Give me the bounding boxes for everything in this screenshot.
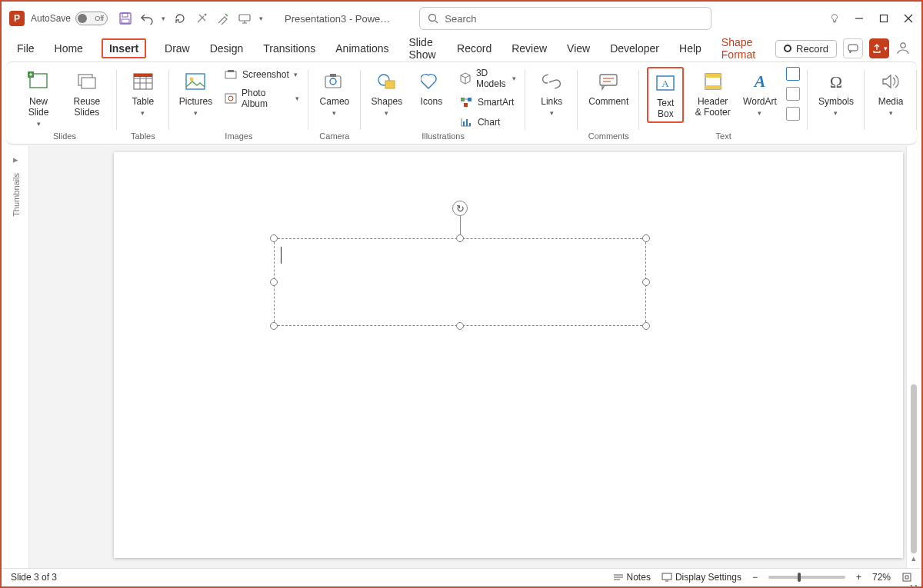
photo-album-button[interactable]: Photo Album ▾ (222, 87, 301, 110)
tab-animations[interactable]: Animations (334, 39, 390, 58)
pictures-button[interactable]: Pictures ▾ (177, 67, 215, 118)
search-box[interactable]: Search (419, 7, 711, 30)
search-placeholder: Search (445, 13, 476, 25)
chevron-down-icon: ▾ (37, 121, 41, 128)
svg-point-5 (429, 15, 436, 22)
cameo-button[interactable]: Cameo ▾ (316, 67, 353, 118)
screenshot-button[interactable]: Screenshot ▾ (222, 67, 301, 82)
symbols-button[interactable]: Ω Symbols ▾ (815, 67, 857, 118)
resize-handle-bm[interactable] (456, 322, 464, 330)
resize-handle-tl[interactable] (270, 234, 278, 242)
object-icon[interactable] (786, 107, 800, 121)
comments-pane-button[interactable] (843, 38, 863, 58)
links-button[interactable]: Links ▾ (533, 67, 570, 118)
svg-point-33 (330, 78, 336, 85)
table-button[interactable]: Table ▾ (125, 67, 162, 118)
search-icon (428, 13, 438, 24)
tab-transitions[interactable]: Transitions (262, 39, 317, 58)
date-time-icon[interactable] (786, 67, 800, 81)
resize-handle-mr[interactable] (642, 278, 650, 286)
scrollbar-thumb[interactable] (911, 384, 917, 553)
slide-indicator[interactable]: Slide 3 of 3 (11, 572, 57, 583)
expand-thumbnails-icon[interactable]: ▸ (13, 154, 18, 165)
zoom-knob[interactable] (798, 573, 801, 582)
account-icon[interactable] (895, 40, 912, 57)
tab-file[interactable]: File (15, 39, 36, 58)
svg-rect-30 (225, 94, 236, 103)
lightbulb-icon[interactable] (829, 13, 840, 24)
autosave-toggle[interactable]: AutoSave Off (31, 12, 108, 25)
maximize-icon[interactable] (878, 13, 889, 24)
selected-text-box[interactable]: ↻ (274, 238, 646, 326)
media-button[interactable]: Media ▾ (872, 67, 909, 118)
svg-text:Ω: Ω (830, 72, 842, 91)
tab-record[interactable]: Record (455, 39, 493, 58)
3d-models-button[interactable]: 3D Models ▾ (458, 67, 518, 90)
tab-developer[interactable]: Developer (608, 39, 661, 58)
tab-review[interactable]: Review (510, 39, 548, 58)
tab-slideshow[interactable]: Slide Show (408, 33, 439, 64)
slide[interactable]: ↻ (114, 152, 903, 558)
text-extras (786, 67, 800, 121)
header-footer-button[interactable]: Header & Footer (691, 67, 734, 120)
svg-rect-1 (122, 13, 128, 17)
svg-line-6 (435, 21, 438, 23)
quick-tool-2-icon[interactable] (216, 12, 230, 25)
pictures-icon (182, 68, 208, 95)
tab-design[interactable]: Design (208, 39, 245, 58)
minimize-icon[interactable] (854, 13, 865, 24)
shapes-icon (374, 68, 400, 95)
speaker-icon (878, 68, 904, 95)
resize-handle-bl[interactable] (270, 322, 278, 330)
svg-rect-61 (903, 573, 911, 581)
vertical-scrollbar[interactable]: ▴ ▴▴ ▾▾ ▾ (906, 146, 920, 568)
save-icon[interactable] (118, 12, 132, 25)
resize-handle-tm[interactable] (456, 234, 464, 242)
fit-window-icon[interactable] (901, 572, 912, 583)
slide-number-icon[interactable] (786, 87, 800, 101)
icons-button[interactable]: Icons (413, 67, 450, 109)
group-illustrations: Shapes ▾ Icons 3D Models ▾ (361, 62, 525, 144)
tab-view[interactable]: View (565, 39, 591, 58)
prev-slide-icon[interactable]: ▴ (911, 553, 916, 563)
notes-button[interactable]: Notes (613, 572, 651, 583)
share-button[interactable]: ▾ (869, 38, 889, 58)
slide-canvas[interactable]: ↻ (29, 146, 906, 568)
tab-insert[interactable]: Insert (102, 38, 146, 58)
zoom-out-icon[interactable]: − (752, 572, 758, 583)
zoom-slider[interactable] (768, 576, 845, 579)
svg-rect-46 (600, 75, 617, 85)
photo-album-icon (224, 91, 237, 105)
reuse-slides-button[interactable]: Reuse Slides (65, 67, 109, 120)
undo-more-icon[interactable]: ▾ (162, 15, 165, 22)
smartart-button[interactable]: SmartArt (458, 95, 518, 110)
resize-handle-ml[interactable] (270, 278, 278, 286)
chevron-down-icon: ▾ (834, 110, 838, 117)
undo-icon[interactable] (140, 12, 154, 25)
resize-handle-br[interactable] (642, 322, 650, 330)
present-icon[interactable] (238, 12, 252, 25)
qat-more-icon[interactable]: ▾ (259, 15, 263, 22)
comment-button[interactable]: Comment (585, 67, 631, 109)
thumbnails-rail[interactable]: ▸ Thumbnails (3, 146, 29, 568)
quick-tool-1-icon[interactable] (195, 12, 208, 25)
autosave-switch[interactable]: Off (75, 12, 108, 25)
zoom-level[interactable]: 72% (872, 572, 891, 583)
rotation-handle[interactable]: ↻ (452, 201, 468, 216)
tab-draw[interactable]: Draw (163, 39, 192, 58)
new-slide-button[interactable]: New Slide ▾ (20, 67, 57, 129)
zoom-in-icon[interactable]: + (856, 572, 861, 583)
resize-handle-tr[interactable] (642, 234, 650, 242)
tab-shape-format[interactable]: Shape Format (720, 33, 758, 64)
tab-home[interactable]: Home (53, 39, 85, 58)
chart-button[interactable]: Chart (458, 115, 518, 130)
display-settings-button[interactable]: Display Settings (661, 572, 741, 583)
record-button[interactable]: Record (775, 40, 837, 58)
wordart-button[interactable]: A WordArt ▾ (741, 67, 778, 118)
text-box-button[interactable]: A Text Box (647, 67, 684, 123)
tab-help[interactable]: Help (678, 39, 703, 58)
close-icon[interactable] (903, 13, 914, 24)
shapes-button[interactable]: Shapes ▾ (368, 67, 405, 118)
chevron-down-icon: ▾ (884, 45, 888, 52)
redo-icon[interactable] (173, 12, 187, 25)
